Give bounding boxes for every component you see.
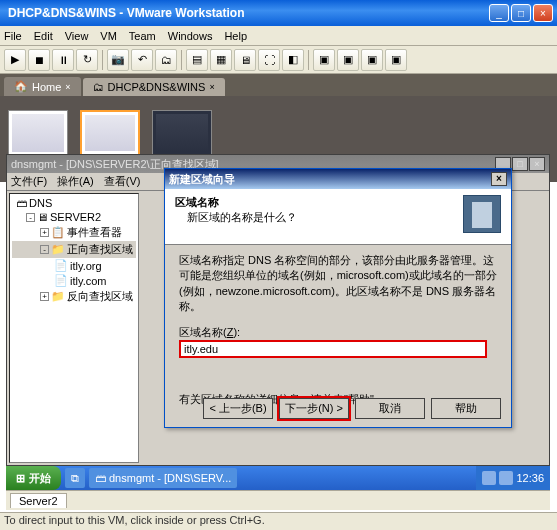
guest-taskbar: ⊞ 开始 ⧉ 🗃 dnsmgmt - [DNS\SERV... 12:36 [6, 466, 550, 490]
manager-icon[interactable]: 🗂 [155, 49, 177, 71]
unity-icon[interactable]: ◧ [282, 49, 304, 71]
tree-zone[interactable]: 📄 itly.org [12, 258, 136, 273]
close-button[interactable]: × [529, 157, 545, 171]
menu-windows[interactable]: Windows [168, 30, 213, 42]
menu-edit[interactable]: Edit [34, 30, 53, 42]
vmtab-server2[interactable]: Server2 [10, 493, 67, 508]
tree-root[interactable]: 🗃 DNS [12, 196, 136, 210]
wizard-buttons: < 上一步(B) 下一步(N) > 取消 帮助 [203, 398, 501, 419]
power-on-icon[interactable]: ▶ [4, 49, 26, 71]
revert-icon[interactable]: ↶ [131, 49, 153, 71]
host-statusbar: To direct input to this VM, click inside… [0, 512, 557, 530]
close-icon[interactable]: × [65, 82, 70, 92]
dns-tree[interactable]: 🗃 DNS - 🖥 SERVER2 + 📋 事件查看器 - 📁 正向查找区域 📄… [9, 193, 139, 463]
host-titlebar: DHCP&DNS&WINS - VMware Workstation _ □ × [0, 0, 557, 26]
zone-name-label: 区域名称(Z): [179, 325, 497, 340]
menu-view[interactable]: View [65, 30, 89, 42]
tab-home[interactable]: 🏠 Home × [4, 77, 81, 96]
summary-icon[interactable]: ▦ [210, 49, 232, 71]
wizard-description: 区域名称指定 DNS 名称空间的部分，该部分由此服务器管理。这可能是您组织单位的… [179, 253, 497, 315]
tray-icon[interactable] [499, 471, 513, 485]
vm-bottom-tabs: Server2 [6, 490, 550, 510]
minimize-button[interactable]: _ [489, 4, 509, 22]
fullscreen-icon[interactable]: ⛶ [258, 49, 280, 71]
system-tray[interactable]: 12:36 [476, 466, 550, 490]
task-item[interactable]: ⧉ [65, 468, 85, 488]
maximize-button[interactable]: □ [512, 157, 528, 171]
sidebar-icon[interactable]: ▤ [186, 49, 208, 71]
separator [102, 50, 103, 70]
separator [308, 50, 309, 70]
menu-view[interactable]: 查看(V) [104, 174, 141, 189]
power-off-icon[interactable]: ⏹ [28, 49, 50, 71]
wizard-heading: 区域名称 [175, 195, 463, 210]
tab-active[interactable]: 🗂 DHCP&DNS&WINS × [83, 78, 225, 96]
reset-icon[interactable]: ↻ [76, 49, 98, 71]
wizard-titlebar: 新建区域向导 × [165, 169, 511, 189]
wizard-subheading: 新区域的名称是什么？ [175, 210, 463, 225]
wizard-title: 新建区域向导 [169, 172, 491, 187]
snapshot-icon[interactable]: 📷 [107, 49, 129, 71]
menu-action[interactable]: 操作(A) [57, 174, 94, 189]
start-button[interactable]: ⊞ 开始 [6, 466, 61, 490]
new-zone-wizard: 新建区域向导 × 区域名称 新区域的名称是什么？ 区域名称指定 DNS 名称空间… [164, 168, 512, 428]
tree-events[interactable]: + 📋 事件查看器 [12, 224, 136, 241]
host-toolbar: ▶ ⏹ ⏸ ↻ 📷 ↶ 🗂 ▤ ▦ 🖥 ⛶ ◧ ▣ ▣ ▣ ▣ [0, 46, 557, 74]
close-icon[interactable]: × [209, 82, 214, 92]
cancel-button[interactable]: 取消 [355, 398, 425, 419]
task-dnsmgmt[interactable]: 🗃 dnsmgmt - [DNS\SERV... [89, 468, 237, 488]
tool-icon[interactable]: ▣ [313, 49, 335, 71]
menu-file[interactable]: 文件(F) [11, 174, 47, 189]
tree-server[interactable]: - 🖥 SERVER2 [12, 210, 136, 224]
close-button[interactable]: × [491, 172, 507, 186]
close-button[interactable]: × [533, 4, 553, 22]
suspend-icon[interactable]: ⏸ [52, 49, 74, 71]
host-menubar: File Edit View VM Team Windows Help [0, 26, 557, 46]
next-button[interactable]: 下一步(N) > [279, 398, 349, 419]
menu-help[interactable]: Help [224, 30, 247, 42]
tool-icon[interactable]: ▣ [337, 49, 359, 71]
wizard-icon [463, 195, 501, 233]
separator [181, 50, 182, 70]
maximize-button[interactable]: □ [511, 4, 531, 22]
wizard-header: 区域名称 新区域的名称是什么？ [165, 189, 511, 245]
back-button[interactable]: < 上一步(B) [203, 398, 273, 419]
vm-tabbar: 🏠 Home × 🗂 DHCP&DNS&WINS × [0, 74, 557, 96]
help-button[interactable]: 帮助 [431, 398, 501, 419]
tree-reverse-zones[interactable]: + 📁 反向查找区域 [12, 288, 136, 305]
clock: 12:36 [516, 472, 544, 484]
wizard-body: 区域名称指定 DNS 名称空间的部分，该部分由此服务器管理。这可能是您组织单位的… [165, 245, 511, 415]
console-icon[interactable]: 🖥 [234, 49, 256, 71]
zone-name-input[interactable] [179, 340, 487, 358]
tree-zone[interactable]: 📄 itly.com [12, 273, 136, 288]
tool-icon[interactable]: ▣ [361, 49, 383, 71]
tree-forward-zones[interactable]: - 📁 正向查找区域 [12, 241, 136, 258]
menu-file[interactable]: File [4, 30, 22, 42]
tray-icon[interactable] [482, 471, 496, 485]
host-title: DHCP&DNS&WINS - VMware Workstation [4, 6, 487, 20]
menu-vm[interactable]: VM [100, 30, 117, 42]
tool-icon[interactable]: ▣ [385, 49, 407, 71]
menu-team[interactable]: Team [129, 30, 156, 42]
